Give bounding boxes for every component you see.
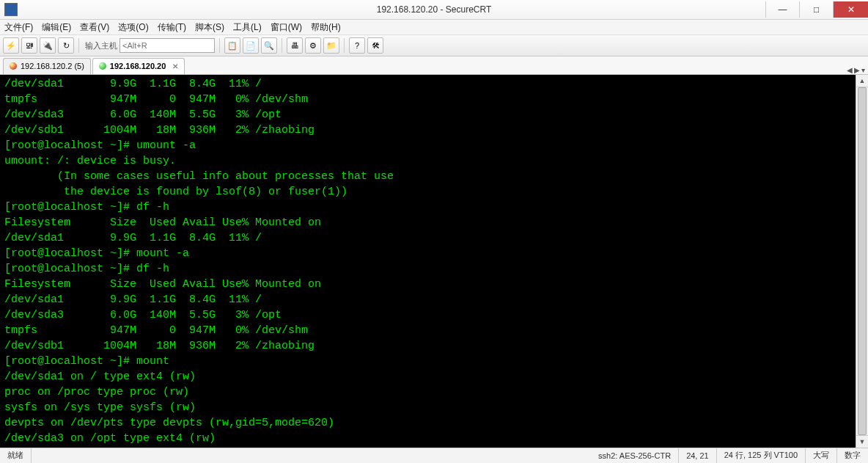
quick-connect-icon[interactable]: ⚡ bbox=[3, 37, 19, 54]
menu-help[interactable]: 帮助(H) bbox=[311, 21, 341, 34]
menu-script[interactable]: 脚本(S) bbox=[195, 21, 224, 34]
properties-icon[interactable]: ⚙ bbox=[305, 37, 321, 54]
status-num: 数字 bbox=[837, 448, 868, 463]
disconnect-icon[interactable]: 🔌 bbox=[40, 37, 56, 54]
maximize-button[interactable]: □ bbox=[799, 1, 833, 18]
menu-window[interactable]: 窗口(W) bbox=[271, 21, 302, 34]
sessions-icon[interactable]: 📁 bbox=[323, 37, 339, 54]
toolbar: ⚡ 🖳 🔌 ↻ 输入主机 📋 📄 🔍 🖶 ⚙ 📁 ? 🛠 bbox=[0, 35, 868, 56]
tab-label: 192.168.120.20 bbox=[110, 62, 166, 70]
scrollbar[interactable]: ▲ ▼ bbox=[856, 75, 868, 448]
window-title: 192.168.120.20 - SecureCRT bbox=[377, 4, 492, 15]
tab-list-icon[interactable]: ▾ bbox=[861, 66, 865, 74]
toolbar-separator bbox=[344, 38, 345, 53]
status-ready: 就绪 bbox=[0, 448, 32, 463]
close-button[interactable]: ✕ bbox=[833, 1, 868, 18]
help-icon[interactable]: ? bbox=[349, 37, 365, 54]
reconnect-icon[interactable]: ↻ bbox=[58, 37, 74, 54]
terminal-area: /dev/sda1 9.9G 1.1G 8.4G 11% / tmpfs 947… bbox=[0, 75, 868, 448]
menu-file[interactable]: 文件(F) bbox=[4, 21, 33, 34]
scroll-down-icon[interactable]: ▼ bbox=[856, 435, 868, 448]
menu-transfer[interactable]: 传输(T) bbox=[158, 21, 186, 34]
print-icon[interactable]: 🖶 bbox=[287, 37, 303, 54]
menu-bar: 文件(F) 编辑(E) 查看(V) 选项(O) 传输(T) 脚本(S) 工具(L… bbox=[0, 20, 868, 35]
app-icon bbox=[4, 3, 18, 16]
menu-options[interactable]: 选项(O) bbox=[118, 21, 148, 34]
status-dot-icon bbox=[99, 62, 106, 70]
menu-view[interactable]: 查看(V) bbox=[80, 21, 109, 34]
minimize-button[interactable]: — bbox=[765, 1, 799, 18]
connect-icon[interactable]: 🖳 bbox=[21, 37, 37, 54]
toolbar-separator bbox=[78, 38, 79, 53]
paste-icon[interactable]: 📄 bbox=[243, 37, 259, 54]
tab-nav: ◀ ▶ ▾ bbox=[847, 66, 865, 74]
tab-close-icon[interactable]: ✕ bbox=[172, 62, 178, 70]
toolbar-separator bbox=[219, 38, 220, 53]
tab-label: 192.168.120.2 (5) bbox=[21, 62, 84, 70]
scroll-thumb[interactable] bbox=[858, 87, 867, 435]
toolbar-separator bbox=[282, 38, 282, 53]
menu-tools[interactable]: 工具(L) bbox=[233, 21, 262, 34]
status-caps: 大写 bbox=[806, 448, 837, 463]
find-icon[interactable]: 🔍 bbox=[261, 37, 277, 54]
tab-prev-icon[interactable]: ◀ bbox=[847, 66, 853, 74]
host-input[interactable] bbox=[119, 38, 215, 53]
menu-edit[interactable]: 编辑(E) bbox=[42, 21, 71, 34]
session-tab-active[interactable]: 192.168.120.20 ✕ bbox=[92, 58, 185, 74]
scroll-up-icon[interactable]: ▲ bbox=[856, 75, 868, 87]
options-icon[interactable]: 🛠 bbox=[367, 37, 383, 54]
status-protocol: ssh2: AES-256-CTR bbox=[591, 448, 679, 463]
title-bar: 192.168.120.20 - SecureCRT — □ ✕ bbox=[0, 0, 868, 20]
status-dot-icon bbox=[10, 62, 17, 70]
status-size: 24 行, 125 列 VT100 bbox=[717, 448, 806, 463]
host-label: 输入主机 bbox=[85, 40, 117, 51]
copy-icon[interactable]: 📋 bbox=[224, 37, 240, 54]
window-buttons: — □ ✕ bbox=[765, 1, 868, 18]
session-tab[interactable]: 192.168.120.2 (5) bbox=[3, 58, 91, 74]
status-bar: 就绪 ssh2: AES-256-CTR 24, 21 24 行, 125 列 … bbox=[0, 448, 868, 463]
terminal[interactable]: /dev/sda1 9.9G 1.1G 8.4G 11% / tmpfs 947… bbox=[0, 75, 856, 448]
tab-bar: 192.168.120.2 (5) 192.168.120.20 ✕ ◀ ▶ ▾ bbox=[0, 56, 868, 74]
tab-next-icon[interactable]: ▶ bbox=[854, 66, 860, 74]
status-cursor: 24, 21 bbox=[679, 448, 717, 463]
